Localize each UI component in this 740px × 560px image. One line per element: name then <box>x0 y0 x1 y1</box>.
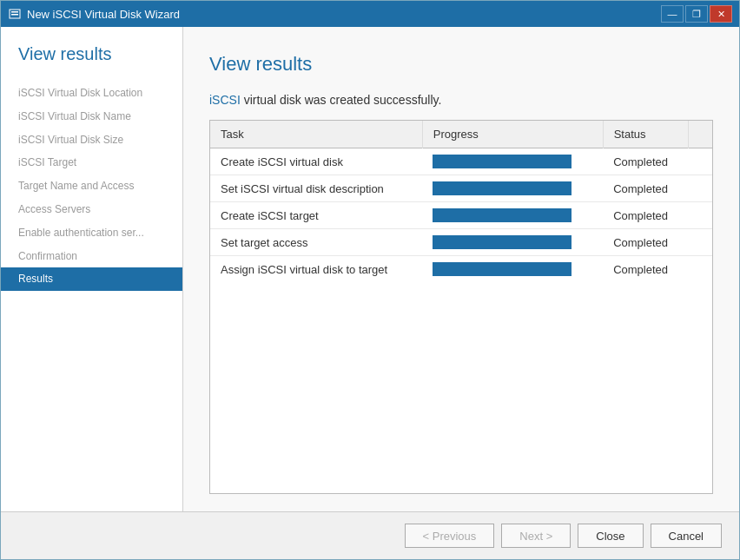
title-bar: New iSCSI Virtual Disk Wizard — ❐ ✕ <box>1 1 739 27</box>
col-status: Status <box>603 121 688 148</box>
sidebar-item-iscsi-location: iSCSI Virtual Disk Location <box>1 82 182 105</box>
table-row: Set iSCSI virtual disk descriptionComple… <box>210 175 712 202</box>
progress-cell <box>422 229 603 256</box>
sidebar-item-iscsi-target: iSCSI Target <box>1 151 182 175</box>
title-bar-buttons: — ❐ ✕ <box>661 5 732 23</box>
window-icon <box>8 7 22 21</box>
col-extra <box>688 121 712 148</box>
task-cell: Set target access <box>210 229 422 256</box>
sidebar-item-iscsi-name: iSCSI Virtual Disk Name <box>1 105 182 128</box>
task-cell: Create iSCSI target <box>210 202 422 229</box>
progress-bar-fill <box>433 235 572 249</box>
extra-cell <box>688 175 712 202</box>
main-content-area: View results iSCSI virtual disk was crea… <box>183 27 739 511</box>
results-table: Task Progress Status Create iSCSI virtua… <box>209 120 713 494</box>
task-cell: Create iSCSI virtual disk <box>210 148 422 175</box>
footer: < Previous Next > Close Cancel <box>1 511 739 559</box>
svg-rect-2 <box>11 14 18 16</box>
window-title: New iSCSI Virtual Disk Wizard <box>27 8 180 21</box>
table-row: Create iSCSI virtual diskCompleted <box>210 148 712 175</box>
sidebar-item-target-name-access: Target Name and Access <box>1 175 182 198</box>
progress-bar-container <box>433 208 572 222</box>
cancel-button[interactable]: Cancel <box>651 524 722 548</box>
sidebar-item-results[interactable]: Results <box>1 267 182 291</box>
sidebar-item-enable-auth: Enable authentication ser... <box>1 221 182 245</box>
close-window-button[interactable]: ✕ <box>710 5 732 23</box>
col-progress: Progress <box>422 121 603 148</box>
sidebar-item-confirmation: Confirmation <box>1 245 182 268</box>
status-cell: Completed <box>603 202 688 229</box>
iscsi-label: iSCSI <box>209 93 241 107</box>
sidebar-title: View results <box>1 44 182 82</box>
progress-cell <box>422 256 603 283</box>
restore-button[interactable]: ❐ <box>685 5 708 23</box>
page-title: View results <box>209 53 713 76</box>
status-cell: Completed <box>603 148 688 175</box>
extra-cell <box>688 148 712 175</box>
previous-button[interactable]: < Previous <box>405 524 495 548</box>
progress-bar-fill <box>433 208 572 222</box>
progress-cell <box>422 175 603 202</box>
progress-bar-container <box>433 235 572 249</box>
progress-cell <box>422 202 603 229</box>
progress-bar-container <box>433 155 572 168</box>
next-button[interactable]: Next > <box>501 524 571 548</box>
success-message: iSCSI virtual disk was created successfu… <box>209 93 713 107</box>
table-header-row: Task Progress Status <box>210 121 712 148</box>
content-area: View results iSCSI Virtual Disk Location… <box>1 27 739 511</box>
progress-bar-container <box>433 181 572 195</box>
title-bar-left: New iSCSI Virtual Disk Wizard <box>8 7 180 21</box>
main-window: New iSCSI Virtual Disk Wizard — ❐ ✕ View… <box>0 0 740 560</box>
close-button[interactable]: Close <box>578 524 643 548</box>
task-table: Task Progress Status Create iSCSI virtua… <box>210 121 712 282</box>
status-cell: Completed <box>603 229 688 256</box>
sidebar-item-access-servers: Access Servers <box>1 198 182 221</box>
sidebar: View results iSCSI Virtual Disk Location… <box>1 27 183 511</box>
progress-cell <box>422 148 603 175</box>
task-cell: Set iSCSI virtual disk description <box>210 175 422 202</box>
task-cell: Assign iSCSI virtual disk to target <box>210 256 422 283</box>
progress-bar-fill <box>433 181 572 195</box>
extra-cell <box>688 256 712 283</box>
progress-bar-fill <box>433 262 572 276</box>
table-row: Set target accessCompleted <box>210 229 712 256</box>
table-row: Create iSCSI targetCompleted <box>210 202 712 229</box>
status-cell: Completed <box>603 175 688 202</box>
extra-cell <box>688 202 712 229</box>
table-row: Assign iSCSI virtual disk to targetCompl… <box>210 256 712 283</box>
svg-rect-1 <box>11 11 18 13</box>
progress-bar-container <box>433 262 572 276</box>
col-task: Task <box>210 121 422 148</box>
success-text: virtual disk was created successfully. <box>241 93 442 107</box>
progress-bar-fill <box>433 155 572 168</box>
extra-cell <box>688 229 712 256</box>
minimize-button[interactable]: — <box>661 5 684 23</box>
status-cell: Completed <box>603 256 688 283</box>
sidebar-item-iscsi-size: iSCSI Virtual Disk Size <box>1 128 182 152</box>
